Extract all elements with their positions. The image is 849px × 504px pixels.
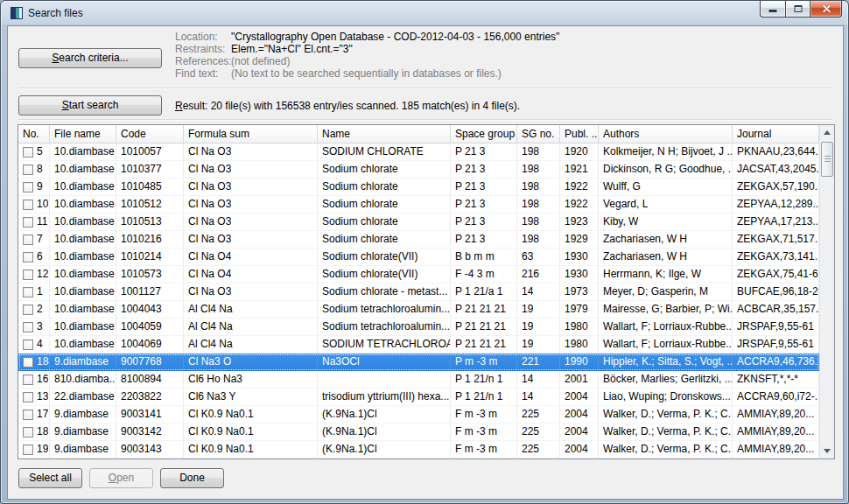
cell-text: 10.diambase — [54, 214, 115, 230]
table-row[interactable]: 1322.diambase2203822Cl6 Na3 Ytrisodium y… — [18, 388, 819, 406]
column-header[interactable]: SG no. — [517, 125, 560, 144]
cell-text: 8 — [37, 161, 43, 178]
table-row[interactable]: 210.diambase1004043Al Cl4 NaSodium tetra… — [18, 301, 819, 318]
cell-sgno: 19 — [517, 336, 560, 353]
table-row[interactable]: 1110.diambase1010513Cl Na O3Sodium chlor… — [18, 214, 819, 231]
row-checkbox[interactable] — [23, 182, 33, 192]
column-header[interactable]: Authors — [599, 125, 733, 144]
column-header[interactable]: No. — [18, 125, 50, 144]
row-checkbox[interactable] — [23, 410, 33, 420]
row-checkbox[interactable] — [23, 164, 33, 175]
cell-publ: 1921 — [560, 161, 599, 178]
cell-journal: ZEPYAA,17,213... — [733, 214, 819, 230]
table-row[interactable]: 610.diambase1010214Cl Na O4Sodium chlora… — [18, 248, 819, 266]
criteria-field-findtext: Find text: (No text to be searched seque… — [175, 67, 559, 80]
minimize-button[interactable] — [760, 1, 785, 18]
open-button[interactable]: Open — [89, 468, 153, 488]
cell-name: (K.9Na.1)Cl — [318, 441, 451, 458]
cell-text: 198 — [522, 214, 539, 230]
cell-text: Al Cl4 Na — [188, 301, 233, 318]
column-header[interactable]: Name — [318, 125, 451, 144]
scroll-up-button[interactable] — [820, 125, 834, 140]
table-row[interactable]: 110.diambase1001127Cl Na O3Sodium chlora… — [18, 284, 819, 301]
row-checkbox[interactable] — [23, 444, 33, 455]
row-checkbox[interactable] — [23, 427, 33, 438]
row-checkbox[interactable] — [23, 147, 33, 158]
row-checkbox[interactable] — [23, 340, 33, 350]
table-row[interactable]: 16810.diamba...8100894Cl6 Ho Na3P 1 21/n… — [18, 371, 819, 388]
cell-text: Liao, Wuping; Dronskows... — [603, 388, 731, 405]
table-row[interactable]: 1210.diambase1010573Cl Na O4Sodium chlor… — [18, 266, 819, 284]
table-row[interactable]: 810.diambase1010377Cl Na O3Sodium chlora… — [18, 161, 819, 178]
cell-text: 63 — [522, 248, 533, 265]
column-header[interactable]: Journal — [733, 125, 819, 144]
title-bar[interactable]: Search files — [1, 1, 848, 25]
scroll-down-button[interactable] — [820, 444, 834, 458]
table-row[interactable]: 310.diambase1004059Al Cl4 NaSodium tetra… — [18, 318, 819, 336]
search-criteria-button[interactable]: Search criteria... — [18, 48, 162, 68]
done-button[interactable]: Done — [160, 468, 224, 488]
cell-name: Sodium chlorate(VII) — [318, 248, 451, 265]
row-checkbox[interactable] — [23, 357, 33, 368]
cell-text: 3 — [37, 318, 43, 335]
table-row[interactable]: 910.diambase1010485Cl Na O3Sodium chlora… — [18, 178, 819, 196]
cell-formula: Cl Na3 O — [184, 354, 318, 370]
row-checkbox[interactable] — [23, 270, 33, 280]
table-row[interactable]: 1010.diambase1010512Cl Na O3Sodium chlor… — [18, 196, 819, 214]
cell-text: F m -3 m — [455, 406, 497, 423]
row-checkbox[interactable] — [23, 322, 33, 332]
cell-text: P 21 3 — [455, 231, 485, 248]
cell-authors: Walker, D.; Verma, P. K.; C... — [599, 406, 733, 423]
table-row[interactable]: 179.diambase9003141Cl K0.9 Na0.1(K.9Na.1… — [18, 406, 819, 424]
cell-text: 13 — [37, 388, 48, 405]
cell-sg: P 1 21/a 1 — [451, 284, 517, 300]
table-row[interactable]: 189.diambase9003142Cl K0.9 Na0.1(K.9Na.1… — [18, 424, 819, 441]
start-search-button[interactable]: Start search — [18, 95, 162, 116]
maximize-button[interactable] — [785, 1, 810, 18]
column-header[interactable]: Code — [116, 125, 184, 144]
maximize-icon — [794, 5, 802, 12]
cell-sgno: 221 — [517, 354, 560, 370]
table-row[interactable]: 199.diambase9003143Cl K0.9 Na0.1(K.9Na.1… — [18, 441, 819, 458]
cell-text: Hippler, K.; Sitta, S.; Vogt, ... — [603, 354, 732, 370]
row-checkbox[interactable] — [23, 234, 33, 245]
cell-journal: ACCRA9,46,736... — [733, 354, 819, 370]
row-checkbox[interactable] — [23, 217, 33, 228]
column-header[interactable]: File name — [50, 125, 116, 144]
column-header[interactable]: Space group — [451, 125, 517, 144]
field-label: Restraints: — [175, 43, 231, 55]
cell-formula: Cl Na O3 — [184, 161, 318, 178]
scrollbar-thumb[interactable] — [821, 142, 833, 177]
vertical-scrollbar[interactable] — [819, 125, 834, 458]
close-icon — [821, 4, 831, 14]
close-button[interactable] — [810, 1, 842, 18]
cell-text: P 21 21 21 — [455, 318, 506, 335]
cell-name: Sodium chlorate — [318, 231, 451, 248]
cell-code: 9003143 — [116, 441, 184, 458]
table-row[interactable]: 710.diambase1010216Cl Na O3Sodium chlora… — [18, 231, 819, 248]
cell-text: 9.diambase — [54, 441, 109, 458]
table-row[interactable]: 510.diambase1010057Cl Na O3SODIUM CHLORA… — [18, 144, 819, 161]
cell-name: trisodium yttrium(III) hexa... — [318, 388, 451, 405]
cell-no: 16 — [18, 371, 50, 388]
select-all-button[interactable]: Select all — [18, 468, 82, 488]
table-row[interactable]: 1849.diambase9007768Cl Na3 ONa3OClP m -3… — [18, 354, 819, 371]
row-checkbox[interactable] — [23, 200, 33, 210]
cell-file: 9.diambase — [50, 406, 116, 423]
row-checkbox[interactable] — [23, 304, 33, 315]
row-checkbox[interactable] — [23, 374, 33, 385]
cell-sgno: 198 — [517, 161, 560, 178]
cell-text: 10.diambase — [54, 231, 115, 248]
cell-file: 10.diambase — [50, 248, 116, 265]
cell-text: 10.diambase — [54, 318, 115, 335]
row-checkbox[interactable] — [23, 392, 33, 402]
table-row[interactable]: 410.diambase1004069Al Cl4 NaSODIUM TETRA… — [18, 336, 819, 354]
row-checkbox[interactable] — [23, 252, 33, 262]
cell-sg: P 21 3 — [451, 196, 517, 213]
column-header[interactable]: Publ. ... — [560, 125, 599, 144]
row-checkbox[interactable] — [23, 287, 33, 298]
cell-text: 10.diambase — [54, 248, 115, 265]
thumb-grip-icon — [824, 156, 831, 157]
cell-no: 10 — [18, 196, 50, 213]
column-header[interactable]: Formula sum — [184, 125, 318, 144]
